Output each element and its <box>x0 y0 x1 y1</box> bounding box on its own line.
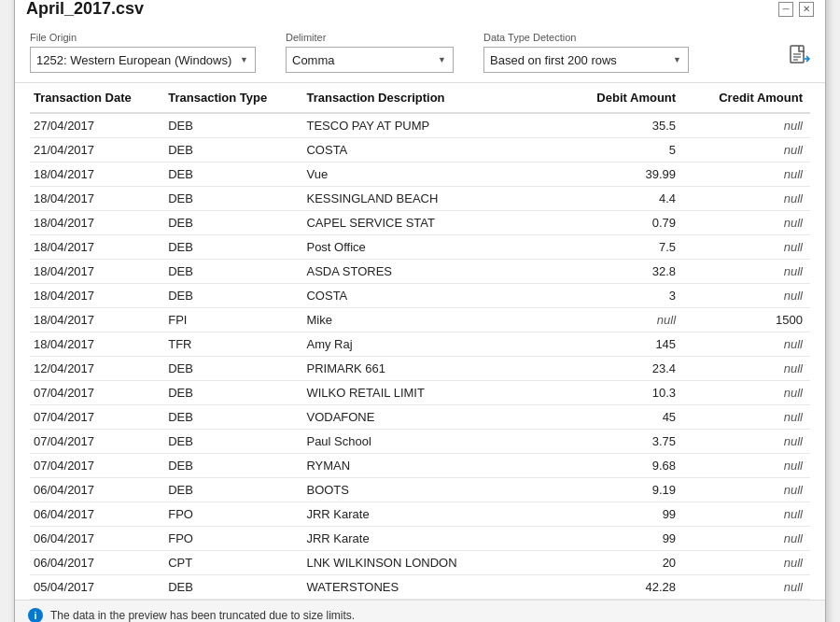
cell-date: 27/04/2017 <box>30 113 164 138</box>
cell-credit: null <box>683 332 810 357</box>
cell-date: 06/04/2017 <box>30 502 164 527</box>
cell-type: DEB <box>164 357 302 381</box>
toolbar: File Origin 1252: Western European (Wind… <box>15 24 825 82</box>
delimiter-select-wrapper: Comma Tab Semicolon Space Other <box>286 47 454 73</box>
col-header-credit: Credit Amount <box>683 83 810 113</box>
cell-credit: null <box>683 405 810 430</box>
table-row: 18/04/2017DEBPost Office7.5null <box>30 235 810 260</box>
cell-type: DEB <box>164 405 302 430</box>
cell-credit: null <box>683 551 810 575</box>
cell-date: 07/04/2017 <box>30 381 164 405</box>
file-action-icon-wrapper <box>790 45 810 73</box>
cell-desc: CAPEL SERVICE STAT <box>302 211 556 235</box>
cell-credit: null <box>683 430 810 454</box>
cell-desc: KESSINGLAND BEACH <box>302 187 556 211</box>
cell-debit: 39.99 <box>556 163 683 187</box>
data-type-select[interactable]: Based on first 200 rows Based on entire … <box>483 47 689 73</box>
table-row: 18/04/2017DEBKESSINGLAND BEACH4.4null <box>30 187 810 211</box>
cell-debit: 145 <box>556 332 683 357</box>
data-type-group: Data Type Detection Based on first 200 r… <box>483 32 689 73</box>
cell-type: DEB <box>164 478 302 502</box>
delimiter-group: Delimiter Comma Tab Semicolon Space Othe… <box>286 32 454 73</box>
table-row: 21/04/2017DEBCOSTA5null <box>30 138 810 163</box>
main-window: April_2017.csv ─ ✕ File Origin 1252: Wes… <box>14 0 826 622</box>
cell-desc: Vue <box>302 163 556 187</box>
table-row: 18/04/2017DEBVue39.99null <box>30 163 810 187</box>
cell-type: DEB <box>164 113 302 138</box>
cell-debit: 20 <box>556 551 683 575</box>
cell-desc: Mike <box>302 308 556 332</box>
file-origin-select-wrapper: 1252: Western European (Windows) UTF-8 U… <box>30 47 256 73</box>
cell-debit: 3.75 <box>556 430 683 454</box>
cell-date: 18/04/2017 <box>30 308 164 332</box>
table-row: 06/04/2017FPOJRR Karate99null <box>30 527 810 551</box>
cell-date: 07/04/2017 <box>30 454 164 478</box>
close-button[interactable]: ✕ <box>799 2 814 17</box>
cell-desc: JRR Karate <box>302 502 556 527</box>
cell-desc: ASDA STORES <box>302 260 556 284</box>
col-header-desc: Transaction Description <box>302 83 556 113</box>
cell-desc: VODAFONE <box>302 405 556 430</box>
minimize-button[interactable]: ─ <box>778 2 793 17</box>
cell-debit: 45 <box>556 405 683 430</box>
cell-credit: 1500 <box>683 308 810 332</box>
header-row: Transaction Date Transaction Type Transa… <box>30 83 810 113</box>
cell-date: 18/04/2017 <box>30 211 164 235</box>
cell-credit: null <box>683 235 810 260</box>
delimiter-select[interactable]: Comma Tab Semicolon Space Other <box>286 47 454 73</box>
data-type-label: Data Type Detection <box>483 32 689 43</box>
table-row: 18/04/2017FPIMikenull1500 <box>30 308 810 332</box>
cell-type: DEB <box>164 260 302 284</box>
table-body: 27/04/2017DEBTESCO PAY AT PUMP35.5null21… <box>30 113 810 600</box>
cell-date: 06/04/2017 <box>30 478 164 502</box>
table-header: Transaction Date Transaction Type Transa… <box>30 83 810 113</box>
cell-debit: 99 <box>556 527 683 551</box>
cell-credit: null <box>683 138 810 163</box>
window-controls: ─ ✕ <box>778 2 814 17</box>
table-row: 05/04/2017DEBWATERSTONES42.28null <box>30 575 810 600</box>
cell-type: TFR <box>164 332 302 357</box>
cell-date: 06/04/2017 <box>30 551 164 575</box>
cell-type: DEB <box>164 138 302 163</box>
cell-type: FPO <box>164 502 302 527</box>
cell-desc: PRIMARK 661 <box>302 357 556 381</box>
cell-credit: null <box>683 502 810 527</box>
cell-debit: 9.68 <box>556 454 683 478</box>
data-table-container: Transaction Date Transaction Type Transa… <box>15 82 825 600</box>
cell-credit: null <box>683 187 810 211</box>
cell-credit: null <box>683 454 810 478</box>
table-row: 18/04/2017DEBASDA STORES32.8null <box>30 260 810 284</box>
cell-debit: 3 <box>556 284 683 308</box>
info-icon: i <box>28 608 43 622</box>
status-message: The data in the preview has been truncat… <box>50 609 355 622</box>
cell-date: 18/04/2017 <box>30 187 164 211</box>
cell-debit: null <box>556 308 683 332</box>
cell-date: 12/04/2017 <box>30 357 164 381</box>
table-row: 06/04/2017CPTLNK WILKINSON LONDON20null <box>30 551 810 575</box>
cell-debit: 0.79 <box>556 211 683 235</box>
delimiter-label: Delimiter <box>286 32 454 43</box>
file-origin-select[interactable]: 1252: Western European (Windows) UTF-8 U… <box>30 47 256 73</box>
cell-desc: Post Office <box>302 235 556 260</box>
cell-debit: 23.4 <box>556 357 683 381</box>
cell-debit: 9.19 <box>556 478 683 502</box>
cell-debit: 99 <box>556 502 683 527</box>
table-row: 18/04/2017DEBCOSTA3null <box>30 284 810 308</box>
cell-desc: TESCO PAY AT PUMP <box>302 113 556 138</box>
cell-debit: 4.4 <box>556 187 683 211</box>
cell-desc: RYMAN <box>302 454 556 478</box>
cell-desc: WATERSTONES <box>302 575 556 600</box>
cell-date: 06/04/2017 <box>30 527 164 551</box>
cell-date: 07/04/2017 <box>30 405 164 430</box>
cell-type: DEB <box>164 235 302 260</box>
status-bar: i The data in the preview has been trunc… <box>15 600 825 622</box>
cell-type: FPO <box>164 527 302 551</box>
cell-credit: null <box>683 163 810 187</box>
file-export-icon[interactable] <box>790 45 810 69</box>
cell-desc: BOOTS <box>302 478 556 502</box>
cell-type: DEB <box>164 381 302 405</box>
cell-credit: null <box>683 381 810 405</box>
col-header-type: Transaction Type <box>164 83 302 113</box>
cell-debit: 10.3 <box>556 381 683 405</box>
cell-date: 05/04/2017 <box>30 575 164 600</box>
